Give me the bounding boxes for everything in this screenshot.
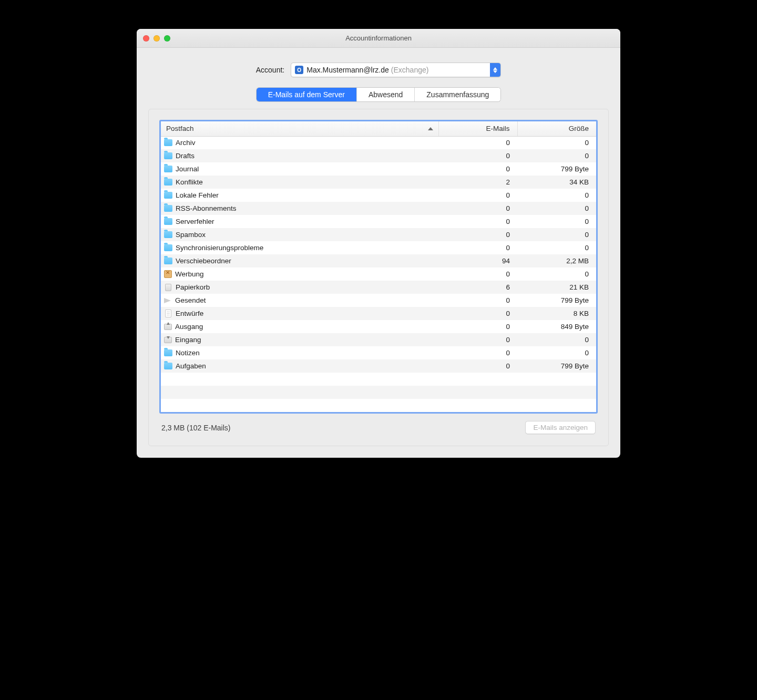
table-row-empty: [161, 373, 596, 386]
titlebar: Accountinformationen: [137, 29, 620, 48]
mailbox-email-count: 0: [438, 189, 517, 202]
mailbox-name: Journal: [176, 165, 199, 173]
mailbox-size: 0: [517, 267, 596, 281]
table-row[interactable]: Entwürfe08 KB: [161, 307, 596, 320]
mailbox-size: 0: [517, 228, 596, 241]
folder-icon: [164, 218, 172, 225]
close-icon[interactable]: [143, 35, 149, 42]
table-row[interactable]: Papierkorb621 KB: [161, 281, 596, 294]
trash-icon: [165, 284, 171, 291]
mailbox-size: 0: [517, 136, 596, 149]
mailbox-size: 34 KB: [517, 176, 596, 189]
outlook-icon: O: [295, 66, 303, 74]
table-row[interactable]: Eingang00: [161, 333, 596, 346]
mailbox-size: 0: [517, 333, 596, 346]
folder-icon: [164, 139, 172, 146]
mailbox-table: Postfach E-Mails Größe Archiv00Drafts00J…: [159, 120, 598, 414]
folder-icon: [164, 205, 172, 212]
mailbox-name: Drafts: [176, 152, 195, 160]
mailbox-name: Gesendet: [175, 296, 206, 304]
mailbox-name: Verschiebeordner: [176, 257, 231, 265]
mailbox-name: Entwürfe: [176, 310, 203, 317]
mailbox-email-count: 0: [438, 307, 517, 320]
mailbox-email-count: 0: [438, 333, 517, 346]
folder-icon: [164, 363, 172, 369]
table-row[interactable]: Drafts00: [161, 149, 596, 162]
mailbox-size: 0: [517, 241, 596, 254]
mailbox-size: 2,2 MB: [517, 254, 596, 267]
dropdown-stepper-icon[interactable]: [490, 63, 500, 77]
mailbox-name: Konflikte: [176, 178, 203, 186]
col-size-label: Größe: [569, 125, 589, 132]
mailbox-size: 0: [517, 202, 596, 215]
tab-2[interactable]: Zusammenfassung: [415, 88, 500, 101]
tab-bar: E-Mails auf dem ServerAbwesendZusammenfa…: [148, 88, 609, 101]
document-icon: [165, 310, 171, 317]
table-row[interactable]: Synchronisierungsprobleme00: [161, 241, 596, 254]
mailbox-name: Archiv: [176, 139, 196, 147]
folder-icon: [164, 179, 172, 186]
mailbox-email-count: 0: [438, 241, 517, 254]
mailbox-size: 0: [517, 189, 596, 202]
mailbox-name: Ausgang: [175, 323, 203, 331]
table-row[interactable]: Notizen00: [161, 346, 596, 359]
tab-0[interactable]: E-Mails auf dem Server: [257, 88, 357, 101]
show-emails-button[interactable]: E-Mails anzeigen: [525, 421, 596, 434]
col-emails-label: E-Mails: [486, 125, 509, 132]
table-row[interactable]: RSS-Abonnements00: [161, 202, 596, 215]
mailbox-size: 0: [517, 149, 596, 162]
mailbox-size: 0: [517, 215, 596, 228]
table-row[interactable]: Konflikte234 KB: [161, 176, 596, 189]
zoom-icon[interactable]: [164, 35, 170, 42]
table-row[interactable]: Spambox00: [161, 228, 596, 241]
table-row[interactable]: Archiv00: [161, 136, 596, 149]
pane: Postfach E-Mails Größe Archiv00Drafts00J…: [148, 109, 609, 446]
segmented-control: E-Mails auf dem ServerAbwesendZusammenfa…: [257, 88, 501, 101]
window-title: Accountinformationen: [137, 34, 620, 42]
folder-icon: [164, 192, 172, 199]
mailbox-size: 799 Byte: [517, 294, 596, 307]
tab-1[interactable]: Abwesend: [357, 88, 415, 101]
col-emails-header[interactable]: E-Mails: [438, 121, 517, 136]
col-mailbox-label: Postfach: [166, 125, 194, 132]
mailbox-email-count: 0: [438, 149, 517, 162]
mailbox-name: RSS-Abonnements: [176, 204, 237, 212]
window-controls: [137, 35, 170, 42]
account-type: (Exchange): [391, 66, 429, 74]
account-select[interactable]: O Max.Mustermann@lrz.de (Exchange): [291, 63, 501, 77]
mailbox-size: 8 KB: [517, 307, 596, 320]
mailbox-name: Papierkorb: [176, 283, 210, 291]
table-row[interactable]: Aufgaben0799 Byte: [161, 359, 596, 373]
table-row[interactable]: Lokale Fehler00: [161, 189, 596, 202]
table-row[interactable]: Ausgang0849 Byte: [161, 320, 596, 333]
col-mailbox-header[interactable]: Postfach: [161, 121, 438, 136]
mailbox-name: Synchronisierungsprobleme: [176, 244, 263, 252]
table-row[interactable]: Serverfehler00: [161, 215, 596, 228]
content: Account: O Max.Mustermann@lrz.de (Exchan…: [137, 48, 620, 458]
mailbox-name: Lokale Fehler: [176, 191, 219, 199]
mailbox-size: 799 Byte: [517, 162, 596, 176]
junk-icon: [164, 270, 172, 278]
col-size-header[interactable]: Größe: [517, 121, 596, 136]
folder-icon: [164, 152, 172, 159]
table-row[interactable]: Journal0799 Byte: [161, 162, 596, 176]
mailbox-name: Werbung: [175, 270, 204, 278]
inbox-icon: [164, 337, 172, 343]
account-label: Account:: [256, 66, 284, 74]
folder-icon: [164, 258, 172, 264]
mailbox-size: 0: [517, 346, 596, 359]
table-row[interactable]: Gesendet0799 Byte: [161, 294, 596, 307]
mailbox-name: Notizen: [176, 349, 200, 357]
sort-indicator-icon: [428, 127, 433, 130]
outbox-icon: [164, 324, 172, 330]
footer: 2,3 MB (102 E-Mails) E-Mails anzeigen: [159, 414, 598, 435]
mailbox-size: 21 KB: [517, 281, 596, 294]
summary-text: 2,3 MB (102 E-Mails): [161, 424, 230, 432]
folder-icon: [164, 244, 172, 251]
table-row[interactable]: Verschiebeordner942,2 MB: [161, 254, 596, 267]
minimize-icon[interactable]: [154, 35, 160, 42]
mailbox-email-count: 0: [438, 346, 517, 359]
mailbox-email-count: 0: [438, 202, 517, 215]
folder-icon: [164, 231, 172, 238]
table-row[interactable]: Werbung00: [161, 267, 596, 281]
